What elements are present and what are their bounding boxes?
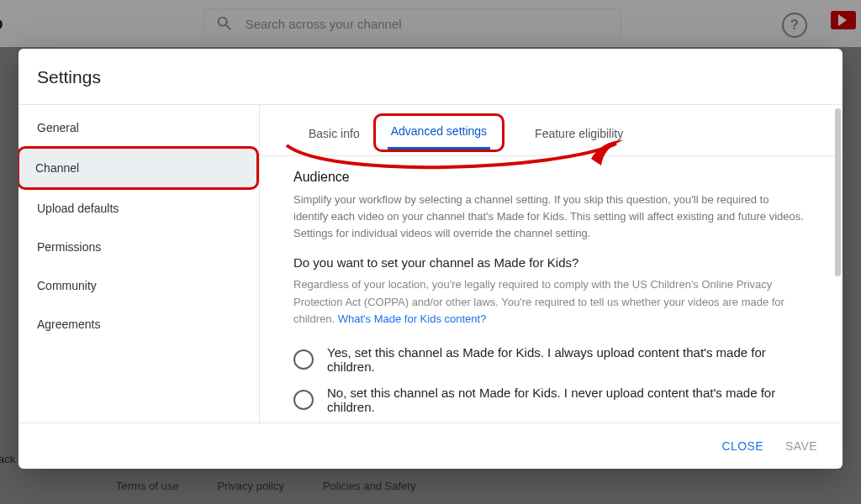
audience-heading: Audience bbox=[293, 170, 806, 185]
audience-description: Simplify your workflow by selecting a ch… bbox=[293, 192, 806, 242]
radio-icon bbox=[293, 349, 314, 370]
modal-footer: CLOSE SAVE bbox=[18, 423, 843, 469]
settings-sidebar: General Channel Upload defaults Permissi… bbox=[18, 105, 260, 423]
content-scroll[interactable]: Audience Simplify your workflow by selec… bbox=[260, 156, 843, 423]
radio-option-no[interactable]: No, set this channel as not Made for Kid… bbox=[293, 380, 806, 420]
save-button[interactable]: SAVE bbox=[785, 439, 817, 453]
scrollbar-thumb[interactable] bbox=[835, 108, 841, 276]
sidebar-item-general[interactable]: General bbox=[18, 108, 259, 147]
tab-basic-info[interactable]: Basic info bbox=[293, 118, 375, 155]
sidebar-item-permissions[interactable]: Permissions bbox=[18, 228, 259, 266]
sidebar-item-community[interactable]: Community bbox=[18, 266, 259, 305]
radio-icon bbox=[293, 390, 314, 410]
close-button[interactable]: CLOSE bbox=[722, 439, 763, 453]
made-for-kids-link[interactable]: What's Made for Kids content? bbox=[338, 312, 487, 325]
sidebar-item-channel[interactable]: Channel bbox=[18, 146, 259, 190]
settings-content: Basic info Advanced settings Feature eli… bbox=[260, 105, 843, 423]
tab-advanced-settings[interactable]: Advanced settings bbox=[373, 113, 504, 152]
audience-legal: Regardless of your location, you're lega… bbox=[293, 276, 806, 327]
audience-question: Do you want to set your channel as Made … bbox=[293, 255, 806, 270]
radio-option-review[interactable]: I want to review this setting for every … bbox=[293, 420, 806, 423]
radio-option-yes[interactable]: Yes, set this channel as Made for Kids. … bbox=[293, 339, 806, 380]
settings-tabs: Basic info Advanced settings Feature eli… bbox=[260, 105, 843, 156]
modal-body: General Channel Upload defaults Permissi… bbox=[18, 104, 843, 423]
sidebar-item-agreements[interactable]: Agreements bbox=[18, 305, 259, 344]
tab-feature-eligibility[interactable]: Feature eligibility bbox=[520, 118, 638, 155]
modal-title: Settings bbox=[18, 49, 843, 104]
sidebar-item-upload-defaults[interactable]: Upload defaults bbox=[18, 189, 259, 228]
settings-modal: Settings General Channel Upload defaults… bbox=[18, 49, 843, 469]
